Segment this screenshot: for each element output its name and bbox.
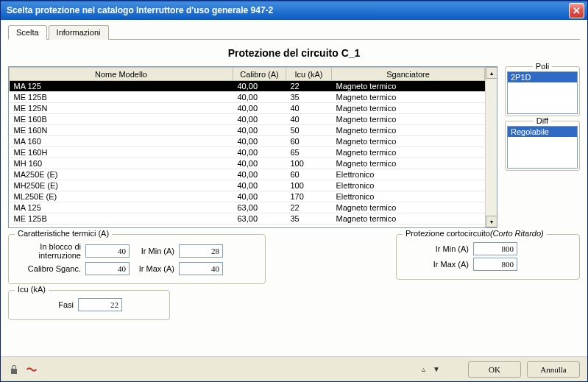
table-row[interactable]: MA 16040,0060Magneto termico xyxy=(10,136,497,147)
group-termici: Caratteristiche termici (A) In blocco di… xyxy=(8,234,266,284)
label-irmin-t: Ir Min (A) xyxy=(134,247,174,255)
input-fasi[interactable] xyxy=(78,298,122,311)
cable-icon[interactable] xyxy=(26,364,38,375)
input-calibro-sganc[interactable] xyxy=(85,262,130,275)
scroll-down-icon[interactable]: ▾ xyxy=(486,216,497,227)
main-row: Nome Modello Calibro (A) Icu (kA) Sganci… xyxy=(8,66,580,228)
lock-icon[interactable] xyxy=(8,364,20,375)
input-irmax-t[interactable] xyxy=(179,262,223,275)
table-row[interactable]: ME 160N40,0050Magneto termico xyxy=(10,125,497,136)
diff-box: Diff Regolabile xyxy=(505,121,580,171)
input-blocco[interactable] xyxy=(85,244,130,258)
table-row[interactable]: MH250E (E)40,00100Elettronico xyxy=(10,180,497,191)
down-arrow-icon[interactable]: ▼ xyxy=(433,365,440,373)
window-title: Scelta protezione nel catalogo Interrutt… xyxy=(7,5,569,15)
group-termici-title: Caratteristiche termici (A) xyxy=(15,229,112,238)
nav-arrows: ▵ ▼ xyxy=(422,365,440,373)
diff-title: Diff xyxy=(534,116,551,125)
input-irmin-t[interactable] xyxy=(179,244,223,258)
group-corto: Protezione cortocircuito(Corto Ritardo) … xyxy=(396,234,580,280)
table-row[interactable]: MA250E (E)40,0060Elettronico xyxy=(10,169,497,180)
tab-scelta[interactable]: Scelta xyxy=(8,25,47,40)
table-row[interactable]: ME 125N40,0040Magneto termico xyxy=(10,103,497,114)
table-row[interactable]: MA 12563,0022Magneto termico xyxy=(10,202,497,213)
table-row[interactable]: ME 160H40,0065Magneto termico xyxy=(10,147,497,158)
diff-item[interactable]: Regolabile xyxy=(508,127,577,137)
label-irmax-c: Ir Max (A) xyxy=(403,260,469,269)
page-title: Protezione del circuito C_1 xyxy=(8,41,580,66)
table-row[interactable]: MA 12540,0022Magneto termico xyxy=(10,81,497,92)
poli-item[interactable]: 2P1D xyxy=(508,72,577,82)
table-row[interactable]: MH 16040,00100Magneto termico xyxy=(10,158,497,169)
dialog-window: Scelta protezione nel catalogo Interrutt… xyxy=(0,0,588,382)
label-calibro-sganc: Calibro Sganc. xyxy=(15,264,81,273)
label-irmin-c: Ir Min (A) xyxy=(403,244,469,253)
col-header-calibro[interactable]: Calibro (A) xyxy=(233,68,286,81)
table-row[interactable]: ME 160B40,0040Magneto termico xyxy=(10,114,497,125)
up-arrow-icon[interactable]: ▵ xyxy=(422,365,425,373)
side-panel: Poli 2P1D Diff Regolabile xyxy=(505,66,580,228)
group-corto-title: Protezione cortocircuito(Corto Ritardo) xyxy=(403,229,547,238)
table-row[interactable]: ML250E (E)40,00170Elettronico xyxy=(10,191,497,202)
label-blocco: In blocco di interruzione xyxy=(15,242,81,260)
cancel-button[interactable]: Annulla xyxy=(527,361,580,378)
content-area: Scelta Informazioni Protezione del circu… xyxy=(1,20,587,356)
table-row[interactable]: ME 125B40,0035Magneto termico xyxy=(10,92,497,103)
table-row[interactable]: ME 125B63,0035Magneto termico xyxy=(10,213,497,224)
input-irmin-c[interactable] xyxy=(473,242,517,255)
tab-bar: Scelta Informazioni xyxy=(8,24,580,40)
group-icu: Icu (kA) Fasi xyxy=(8,290,170,320)
scrollbar[interactable]: ▴ ▾ xyxy=(485,67,497,227)
input-irmax-c[interactable] xyxy=(473,258,517,271)
label-irmax-t: Ir Max (A) xyxy=(134,264,174,273)
col-header-sganciatore[interactable]: Sganciatore xyxy=(332,68,485,81)
col-header-modello[interactable]: Nome Modello xyxy=(10,68,233,81)
tab-informazioni[interactable]: Informazioni xyxy=(49,25,109,40)
poli-box: Poli 2P1D xyxy=(505,66,580,116)
poli-list[interactable]: 2P1D xyxy=(507,71,578,114)
field-groups: Caratteristiche termici (A) In blocco di… xyxy=(8,234,580,320)
label-fasi: Fasi xyxy=(15,300,74,309)
footer: ▵ ▼ OK Annulla xyxy=(1,356,587,381)
close-button[interactable]: ✕ xyxy=(569,3,584,18)
titlebar: Scelta protezione nel catalogo Interrutt… xyxy=(1,1,587,20)
diff-list[interactable]: Regolabile xyxy=(507,126,578,169)
scroll-up-icon[interactable]: ▴ xyxy=(486,67,497,79)
poli-title: Poli xyxy=(533,62,552,71)
col-header-icu[interactable]: Icu (kA) xyxy=(286,68,332,81)
model-table[interactable]: Nome Modello Calibro (A) Icu (kA) Sganci… xyxy=(8,66,497,228)
group-icu-title: Icu (kA) xyxy=(15,285,49,294)
ok-button[interactable]: OK xyxy=(468,361,521,378)
